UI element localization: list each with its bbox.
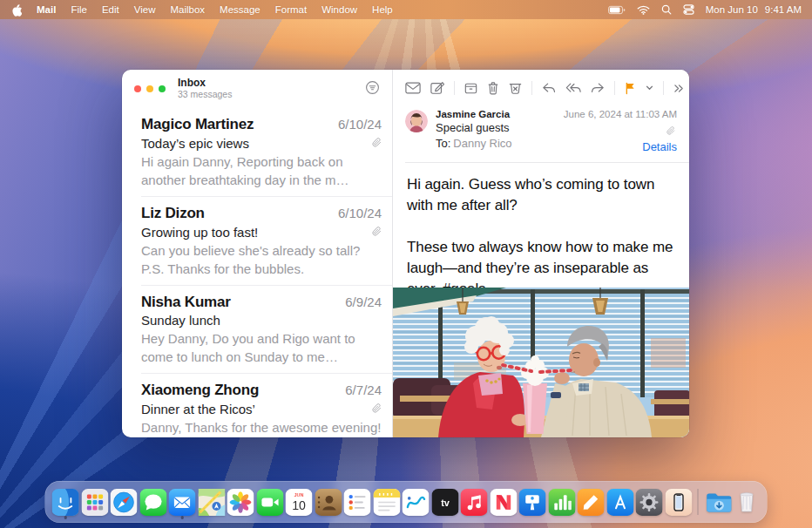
mail-window: Inbox 33 messages Magico Martinez 6/10/2… <box>122 70 689 437</box>
dock-launchpad-icon[interactable] <box>81 489 108 516</box>
message-date-time: June 6, 2024 at 11:03 AM <box>564 108 677 121</box>
inbox-header: Inbox 33 messages <box>122 70 392 108</box>
window-controls <box>134 85 166 92</box>
dock-freeform-icon[interactable] <box>403 489 430 516</box>
list-item-xiaomeng[interactable]: Xiaomeng Zhong 6/7/24 Dinner at the Rico… <box>141 374 392 437</box>
running-indicator <box>180 516 184 519</box>
flag-icon[interactable] <box>625 82 636 95</box>
battery-icon[interactable] <box>608 5 626 15</box>
control-center-icon[interactable] <box>683 4 694 15</box>
dock-messages-icon[interactable] <box>139 489 166 516</box>
close-button[interactable] <box>134 85 141 92</box>
menu-message[interactable]: Message <box>220 4 261 15</box>
message-sender: Xiaomeng Zhong <box>141 382 259 399</box>
filter-icon[interactable] <box>365 80 380 98</box>
message-preview: Danny, Thanks for the awesome evening! I… <box>141 418 382 437</box>
dock-calendar-icon[interactable]: JUN10 <box>286 489 313 516</box>
menu-bar-clock[interactable]: Mon Jun 10 9:41 AM <box>706 4 802 15</box>
dock: JUN10 tv <box>45 481 768 523</box>
mail-toolbar <box>393 70 689 103</box>
reply-all-icon[interactable] <box>565 82 581 94</box>
menu-help[interactable]: Help <box>372 4 393 15</box>
toolbar-separator <box>531 81 532 95</box>
dock-news-icon[interactable] <box>490 489 517 516</box>
wifi-icon[interactable] <box>637 5 650 15</box>
message-subject: Dinner at the Ricos’ <box>141 402 255 416</box>
dock-appstore-icon[interactable] <box>606 489 633 516</box>
dock-pages-icon[interactable] <box>578 489 605 516</box>
dock-mail-icon[interactable] <box>169 489 196 516</box>
message-date: 6/10/24 <box>338 206 382 220</box>
message-date: 6/10/24 <box>338 117 382 132</box>
inbox-list-pane: Inbox 33 messages Magico Martinez 6/10/2… <box>122 70 393 437</box>
compose-icon[interactable] <box>430 81 444 95</box>
sender-avatar[interactable] <box>405 110 428 132</box>
zoom-button[interactable] <box>159 85 166 92</box>
attachment-icon <box>372 135 382 151</box>
dock-settings-icon[interactable] <box>636 489 663 516</box>
desktop: Mail File Edit View Mailbox Message Form… <box>0 0 812 528</box>
menu-file[interactable]: File <box>71 4 87 15</box>
message-preview: Can you believe she's already so tall? P… <box>141 241 382 278</box>
dock-tv-icon[interactable]: tv <box>431 489 458 516</box>
menu-mail[interactable]: Mail <box>37 4 56 15</box>
flag-chevron-down-icon[interactable] <box>646 85 653 91</box>
menu-format[interactable]: Format <box>275 4 307 15</box>
attachment-photo[interactable] <box>393 288 689 437</box>
toolbar-separator <box>614 81 615 95</box>
minimize-button[interactable] <box>146 85 153 92</box>
mailbox-title: Inbox <box>178 78 232 89</box>
list-item-magico[interactable]: Magico Martinez 6/10/24 Today’s epic vie… <box>141 108 392 197</box>
dock-finder-icon[interactable] <box>52 489 79 516</box>
spotlight-search-icon[interactable] <box>661 4 672 15</box>
clock-time: 9:41 AM <box>765 4 802 15</box>
message-sender: Nisha Kumar <box>141 294 231 311</box>
dock-keynote-icon[interactable] <box>519 489 546 516</box>
trash-icon[interactable] <box>487 81 499 95</box>
clock-date: Mon Jun 10 <box>706 4 758 15</box>
to-label: To: <box>436 137 450 150</box>
dock-maps-icon[interactable] <box>198 489 225 516</box>
reply-icon[interactable] <box>542 82 556 94</box>
toolbar-separator <box>663 81 664 95</box>
dock-trash-icon[interactable] <box>734 489 761 516</box>
list-item-liz[interactable]: Liz Dizon 6/10/24 Growing up too fast! C… <box>141 197 392 286</box>
dock-contacts-icon[interactable] <box>315 489 342 516</box>
list-item-nisha[interactable]: Nisha Kumar 6/9/24 Sunday lunch Hey Dann… <box>141 286 392 374</box>
message-preview: Hi again Danny, Reporting back on anothe… <box>141 152 382 189</box>
attachment-icon <box>564 122 675 140</box>
toolbar-separator <box>454 81 455 95</box>
message-sender: Magico Martinez <box>141 116 254 133</box>
dock-reminders-icon[interactable] <box>344 489 371 516</box>
dock-music-icon[interactable] <box>461 489 488 516</box>
toolbar-overflow-icon[interactable] <box>673 84 684 93</box>
dock-safari-icon[interactable] <box>111 489 138 516</box>
menu-bar: Mail File Edit View Mailbox Message Form… <box>0 0 812 19</box>
details-link[interactable]: Details <box>564 140 677 155</box>
message-subject: Growing up too fast! <box>141 225 258 240</box>
dock-downloads-icon[interactable] <box>704 489 731 516</box>
apple-menu-icon[interactable] <box>10 3 22 17</box>
message-header: Jasmine Garcia Special guests To:Danny R… <box>393 103 689 162</box>
menu-edit[interactable]: Edit <box>102 4 119 15</box>
dock-notes-icon[interactable] <box>373 489 400 516</box>
message-subject: Sunday lunch <box>141 313 220 328</box>
menu-mailbox[interactable]: Mailbox <box>170 4 205 15</box>
dock-facetime-icon[interactable] <box>256 489 283 516</box>
archive-icon[interactable] <box>464 82 477 95</box>
mailbox-message-count: 33 messages <box>178 90 232 100</box>
message-subject: Today’s epic views <box>141 136 249 151</box>
menu-view[interactable]: View <box>134 4 156 15</box>
dock-photos-icon[interactable] <box>227 489 254 516</box>
body-paragraph-2: These two always know how to make me lau… <box>407 237 677 288</box>
get-mail-icon[interactable] <box>405 82 421 94</box>
calendar-month-label: JUN <box>294 492 304 498</box>
dock-numbers-icon[interactable] <box>548 489 575 516</box>
calendar-day-label: 10 <box>292 498 306 511</box>
message-sender-name: Jasmine Garcia <box>436 108 512 120</box>
junk-icon[interactable] <box>509 82 522 95</box>
dock-iphone-mirroring-icon[interactable] <box>665 489 692 516</box>
menu-window[interactable]: Window <box>321 4 357 15</box>
forward-icon[interactable] <box>591 82 605 94</box>
message-body: Hi again. Guess who’s coming to town wit… <box>393 163 689 288</box>
